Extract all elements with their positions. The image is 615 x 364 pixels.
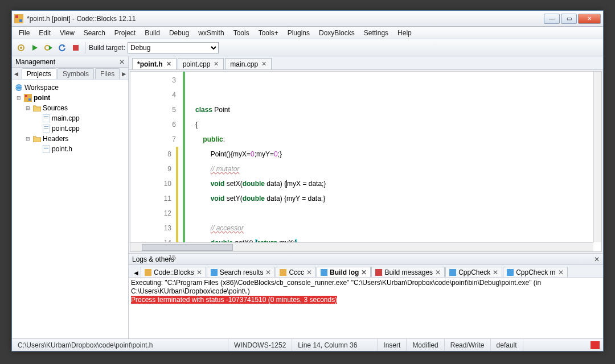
app-icon <box>14 14 23 23</box>
tab-icon <box>321 269 327 276</box>
horizontal-scrollbar[interactable] <box>130 242 593 251</box>
menu-wxsmith[interactable]: wxSmith <box>194 28 228 38</box>
menu-search[interactable]: Search <box>79 28 110 38</box>
editor-area: *point.h✕point.cpp✕main.cpp✕ 34567891011… <box>129 56 603 338</box>
build-run-icon[interactable] <box>43 42 54 53</box>
menu-debug[interactable]: Debug <box>165 28 194 38</box>
tree-file[interactable]: point.cpp <box>14 123 126 134</box>
menu-build[interactable]: Build <box>140 28 165 38</box>
editor-tab[interactable]: main.cpp✕ <box>225 58 272 69</box>
project-tree[interactable]: Workspace ⊟point ⊟Sources main.cpp point… <box>12 80 128 338</box>
tree-headers[interactable]: ⊟Headers <box>14 134 126 144</box>
editor-tab[interactable]: point.cpp✕ <box>178 58 224 69</box>
svg-marker-5 <box>32 45 38 51</box>
close-tab-icon[interactable]: ✕ <box>435 268 441 276</box>
stop-icon[interactable] <box>70 42 81 53</box>
log-tab[interactable]: Code::Blocks✕ <box>141 267 206 277</box>
status-position: Line 14, Column 36 <box>292 339 378 351</box>
svg-marker-7 <box>49 46 52 50</box>
collapse-icon[interactable]: ⊟ <box>26 105 32 111</box>
tab-icon <box>507 269 514 276</box>
log-tab[interactable]: Search results✕ <box>207 267 276 277</box>
svg-rect-16 <box>44 116 48 117</box>
menu-settings[interactable]: Settings <box>359 28 393 38</box>
logs-title[interactable]: Logs & others ✕ <box>129 254 603 265</box>
log-tab[interactable]: Build log✕ <box>317 267 371 277</box>
minimize-button[interactable]: — <box>544 14 560 24</box>
close-tab-icon[interactable]: ✕ <box>361 268 367 276</box>
close-button[interactable]: ✕ <box>578 14 601 24</box>
maximize-button[interactable]: ▭ <box>561 14 577 24</box>
menu-plugins[interactable]: Plugins <box>283 28 314 38</box>
build-target-select[interactable]: Debug <box>128 42 219 53</box>
editor-tabs: *point.h✕point.cpp✕main.cpp✕ <box>129 56 603 70</box>
tab-icon <box>280 269 286 276</box>
close-tab-icon[interactable]: ✕ <box>265 268 271 276</box>
close-tab-icon[interactable]: ✕ <box>214 60 219 68</box>
status-modified: Modified <box>407 339 444 351</box>
menu-edit[interactable]: Edit <box>34 28 55 38</box>
svg-rect-13 <box>25 95 27 97</box>
menubar: FileEditViewSearchProjectBuildDebugwxSmi… <box>12 27 603 39</box>
toolbar: Build target: Debug <box>12 39 603 56</box>
run-icon[interactable] <box>29 42 40 53</box>
menu-tools+[interactable]: Tools+ <box>254 28 283 38</box>
menu-doxyblocks[interactable]: DoxyBlocks <box>314 28 359 38</box>
log-tabs: ◄ Code::Blocks✕Search results✕Cccc✕Build… <box>129 265 603 278</box>
build-target-label: Build target: <box>89 44 125 52</box>
tab-symbols[interactable]: Symbols <box>58 68 94 79</box>
log-tab[interactable]: CppCheck m✕ <box>503 267 567 277</box>
code-editor[interactable]: 3456789101112131415 class Point{ public:… <box>130 71 602 252</box>
tree-file[interactable]: point.h <box>14 144 126 154</box>
menu-tools[interactable]: Tools <box>229 28 254 38</box>
status-profile: default <box>491 339 523 351</box>
editor-tab[interactable]: *point.h✕ <box>132 58 177 69</box>
log-tab[interactable]: CppCheck✕ <box>445 267 502 277</box>
window-title: *point.h [point] - Code::Blocks 12.11 <box>27 15 544 23</box>
titlebar[interactable]: *point.h [point] - Code::Blocks 12.11 — … <box>12 11 603 27</box>
status-insert: Insert <box>378 339 407 351</box>
tab-icon <box>211 269 218 276</box>
folder-open-icon <box>32 104 42 112</box>
tree-sources[interactable]: ⊟Sources <box>14 103 126 113</box>
tree-workspace[interactable]: Workspace <box>14 82 126 93</box>
scroll-right-icon[interactable]: ► <box>120 70 128 78</box>
svg-rect-22 <box>44 147 48 147</box>
collapse-icon[interactable]: ⊟ <box>17 95 23 101</box>
menu-view[interactable]: View <box>55 28 79 38</box>
scroll-left-icon[interactable]: ◄ <box>132 269 140 277</box>
close-tab-icon[interactable]: ✕ <box>261 60 266 68</box>
log-output[interactable]: Executing: "C:\Program Files (x86)\CodeB… <box>129 278 603 338</box>
close-icon[interactable]: ✕ <box>119 58 125 66</box>
menu-project[interactable]: Project <box>110 28 140 38</box>
close-icon[interactable]: ✕ <box>594 255 600 263</box>
management-title[interactable]: Management ✕ <box>12 56 128 68</box>
close-tab-icon[interactable]: ✕ <box>196 268 202 276</box>
close-tab-icon[interactable]: ✕ <box>166 60 171 68</box>
close-tab-icon[interactable]: ✕ <box>493 268 498 276</box>
management-panel: Management ✕ ◄ Projects Symbols Files ► … <box>12 56 129 338</box>
status-path: C:\Users\KUrban\Dropbox\code\point\point… <box>12 339 228 351</box>
workspace-icon <box>14 84 23 92</box>
svg-rect-9 <box>73 45 79 51</box>
menu-file[interactable]: File <box>14 28 34 38</box>
error-flag-icon[interactable] <box>591 341 600 349</box>
log-tab[interactable]: Build messages✕ <box>371 267 445 277</box>
menu-help[interactable]: Help <box>393 28 416 38</box>
vertical-scrollbar[interactable] <box>593 72 601 242</box>
collapse-icon[interactable]: ⊟ <box>26 136 32 142</box>
close-tab-icon[interactable]: ✕ <box>306 268 312 276</box>
log-tab[interactable]: Cccc✕ <box>276 267 316 277</box>
code-content[interactable]: class Point{ public: Point(){myX=0;myY=0… <box>185 72 601 251</box>
scroll-thumb[interactable] <box>142 244 233 251</box>
tab-projects[interactable]: Projects <box>22 68 56 79</box>
tab-files[interactable]: Files <box>95 68 120 79</box>
tree-project[interactable]: ⊟point <box>14 93 126 103</box>
tree-file[interactable]: main.cpp <box>14 113 126 123</box>
separator <box>85 42 85 53</box>
status-readwrite: Read/Write <box>445 339 491 351</box>
rebuild-icon[interactable] <box>56 42 68 53</box>
scroll-left-icon[interactable]: ◄ <box>12 70 20 78</box>
gear-icon[interactable] <box>15 42 27 53</box>
close-tab-icon[interactable]: ✕ <box>558 268 564 276</box>
